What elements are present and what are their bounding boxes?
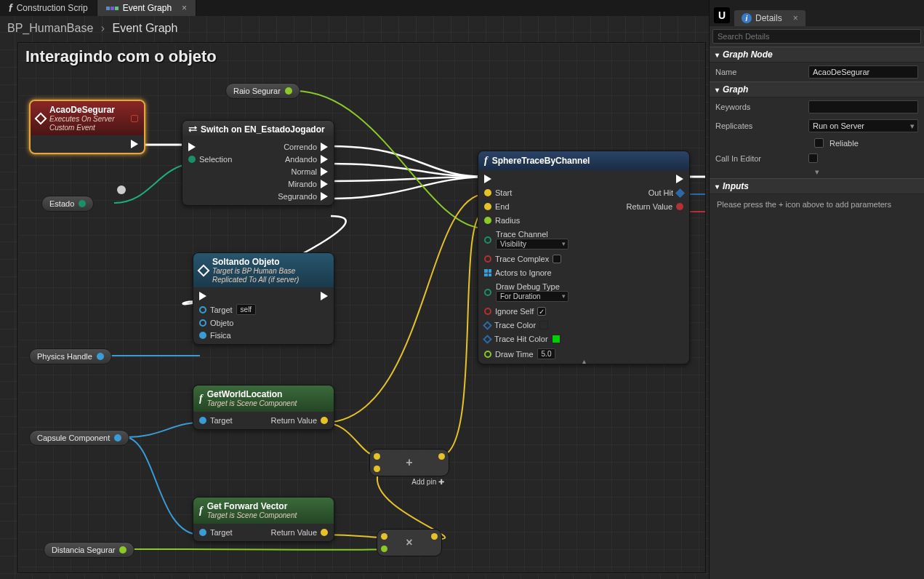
- add-pin-button[interactable]: Add pin ✚: [411, 478, 444, 486]
- pin-return[interactable]: Return Value: [271, 416, 328, 425]
- node-get-forward-vector[interactable]: f Get Forward Vector Target is Scene Com…: [193, 497, 334, 542]
- tab-event-graph[interactable]: Event Graph: [97, 0, 196, 16]
- pin-float-out[interactable]: [285, 87, 292, 95]
- pin-exec-out[interactable]: [676, 175, 683, 183]
- pin-out-mirando[interactable]: Mirando: [288, 180, 328, 188]
- prop-replicates: Replicates Run on Server: [710, 116, 924, 135]
- pin-in-a[interactable]: [381, 533, 387, 540]
- pin-exec-out[interactable]: [131, 140, 138, 148]
- pin-in-b[interactable]: [374, 466, 380, 472]
- color-swatch[interactable]: [539, 321, 548, 330]
- pin-trace-channel[interactable]: [484, 236, 491, 244]
- pin-out-normal[interactable]: Normal: [292, 167, 328, 176]
- pin-out-correndo[interactable]: Correndo: [284, 143, 328, 151]
- reliable-checkbox[interactable]: [814, 138, 824, 148]
- var-capsule-component[interactable]: Capsule Component: [29, 430, 129, 446]
- close-icon[interactable]: ×: [793, 13, 798, 23]
- tab-label: Details: [755, 13, 782, 23]
- pin-in-a[interactable]: [374, 453, 380, 460]
- pin-draw-debug[interactable]: [484, 289, 491, 296]
- pin-out-segurando[interactable]: Segurando: [278, 192, 328, 201]
- search-row: [710, 26, 924, 47]
- node-switch-estado[interactable]: ⮂ Switch on EN_EstadoJogador Selection C…: [182, 120, 334, 206]
- node-add[interactable]: + Add pin ✚: [369, 449, 449, 476]
- pin-end[interactable]: End: [484, 202, 569, 211]
- pin-actors-ignore[interactable]: Actors to Ignore: [484, 268, 569, 277]
- pin-return[interactable]: Return Value: [627, 202, 683, 211]
- pin-enum-out[interactable]: [79, 200, 86, 207]
- name-input[interactable]: [808, 65, 918, 79]
- var-physics-handle[interactable]: Physics Handle: [29, 348, 112, 364]
- pin-in-b[interactable]: [381, 546, 387, 552]
- pin-target[interactable]: Target: [199, 416, 233, 425]
- pin-selection[interactable]: Selection: [188, 155, 232, 164]
- event-graph-icon: [106, 7, 118, 10]
- var-raio-segurar[interactable]: Raio Segurar: [225, 83, 300, 99]
- checkbox[interactable]: ✓: [537, 307, 546, 316]
- node-header[interactable]: f SphereTraceByChannel: [478, 151, 689, 170]
- function-icon: f: [199, 393, 203, 404]
- draw-time-value[interactable]: 5.0: [537, 348, 556, 359]
- pin-obj-out[interactable]: [114, 434, 121, 442]
- node-header[interactable]: Soltando Objeto Target is BP Human Base …: [193, 253, 334, 287]
- pin-exec-in[interactable]: [199, 292, 256, 300]
- pin-trace-complex[interactable]: Trace Complex: [484, 255, 569, 263]
- color-swatch[interactable]: [552, 335, 561, 343]
- node-get-world-location[interactable]: f GetWorldLocation Target is Scene Compo…: [193, 385, 334, 430]
- section-graph[interactable]: Graph: [710, 81, 924, 97]
- pin-objeto[interactable]: Objeto: [199, 319, 256, 327]
- graph-canvas[interactable]: Interagindo com o objeto: [17, 42, 706, 573]
- node-header[interactable]: f GetWorldLocation Target is Scene Compo…: [193, 386, 334, 412]
- pin-float-out[interactable]: [119, 546, 126, 554]
- pin-exec-in[interactable]: [484, 175, 569, 183]
- pin-out-andando[interactable]: Andando: [285, 155, 328, 164]
- node-sphere-trace[interactable]: f SphereTraceByChannel Start End Radius …: [478, 151, 690, 364]
- pin-draw-time[interactable]: Draw Time5.0: [484, 348, 569, 359]
- tab-construction[interactable]: f Construction Scrip: [0, 0, 97, 16]
- pin-target[interactable]: Target: [199, 528, 233, 537]
- trace-channel-select[interactable]: Visibility: [496, 239, 569, 249]
- replicates-select[interactable]: Run on Server: [808, 119, 918, 132]
- pin-start[interactable]: Start: [484, 188, 569, 197]
- pin-fisica[interactable]: Fisica: [199, 331, 256, 340]
- node-multiply[interactable]: ×: [377, 529, 442, 556]
- tab-label: Construction Scrip: [17, 3, 88, 13]
- var-distancia-segurar[interactable]: Distancia Segurar: [44, 542, 134, 558]
- comment-title[interactable]: Interagindo com o objeto: [25, 47, 217, 66]
- node-header[interactable]: AcaoDeSegurar Executes On Server Custom …: [31, 101, 144, 135]
- draw-debug-select[interactable]: For Duration: [496, 291, 569, 302]
- prop-keywords: Keywords: [710, 97, 924, 116]
- pin-exec-in[interactable]: [188, 143, 232, 151]
- pin-out-hit[interactable]: Out Hit: [648, 188, 683, 197]
- breadcrumb: BP_HumanBase › Event Graph: [0, 16, 709, 41]
- pin-target[interactable]: Targetself: [199, 304, 256, 315]
- pin-return[interactable]: Return Value: [271, 528, 328, 537]
- pin-out[interactable]: [431, 533, 438, 540]
- call-in-editor-checkbox[interactable]: [808, 153, 818, 163]
- var-estado[interactable]: Estado: [41, 196, 94, 212]
- node-header[interactable]: ⮂ Switch on EN_EstadoJogador: [182, 121, 334, 138]
- node-acao-de-segurar[interactable]: AcaoDeSegurar Executes On Server Custom …: [29, 100, 145, 154]
- checkbox[interactable]: [553, 255, 561, 263]
- section-graph-node[interactable]: Graph Node: [710, 47, 924, 63]
- details-tab[interactable]: i Details ×: [734, 10, 806, 26]
- search-input[interactable]: [712, 29, 921, 44]
- breadcrumb-root[interactable]: BP_HumanBase: [7, 22, 93, 34]
- pin-trace-color[interactable]: Trace Color: [484, 321, 569, 330]
- event-icon: [35, 112, 47, 124]
- pin-exec-out[interactable]: [321, 292, 328, 300]
- function-icon: f: [484, 155, 488, 167]
- node-soltando-objeto[interactable]: Soltando Objeto Target is BP Human Base …: [193, 252, 334, 345]
- expand-section-icon[interactable]: ▾: [710, 166, 924, 178]
- expand-icon[interactable]: ▴: [582, 357, 586, 365]
- node-header[interactable]: f Get Forward Vector Target is Scene Com…: [193, 498, 334, 524]
- pin-out[interactable]: [438, 453, 445, 460]
- node-title: Soltando Objeto: [212, 257, 280, 267]
- pin-trace-hit-color[interactable]: Trace Hit Color: [484, 335, 569, 343]
- pin-obj-out[interactable]: [97, 353, 104, 360]
- unreal-logo-icon[interactable]: U: [714, 7, 730, 23]
- pin-radius[interactable]: Radius: [484, 216, 569, 225]
- section-inputs[interactable]: Inputs: [710, 178, 924, 194]
- keywords-input[interactable]: [808, 100, 918, 113]
- pin-ignore-self[interactable]: Ignore Self✓: [484, 307, 569, 316]
